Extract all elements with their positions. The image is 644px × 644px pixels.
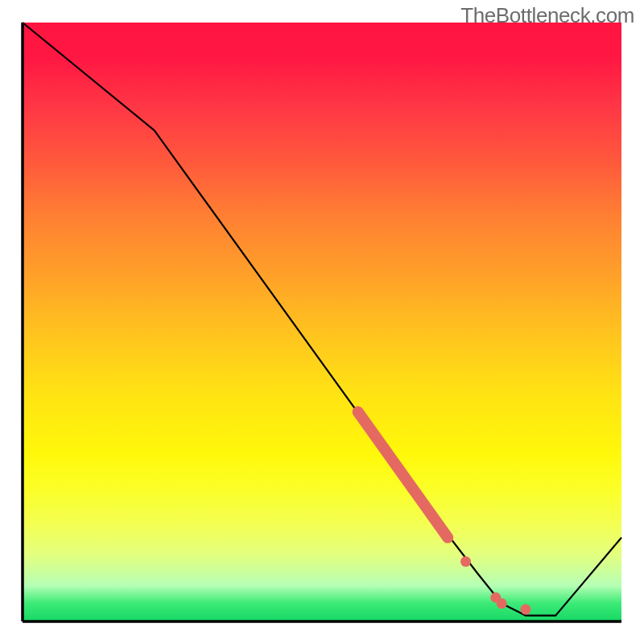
highlight-segment-group: [358, 412, 448, 538]
chart-container: TheBottleneck.com: [0, 0, 644, 644]
highlight-dot: [460, 556, 471, 567]
highlight-dot: [497, 598, 507, 609]
highlight-segment: [358, 412, 448, 538]
highlight-dot: [520, 605, 530, 615]
watermark-label: TheBottleneck.com: [460, 3, 634, 28]
plot-area: [23, 23, 621, 621]
bottleneck-curve: [23, 23, 621, 616]
chart-svg: [23, 23, 621, 621]
